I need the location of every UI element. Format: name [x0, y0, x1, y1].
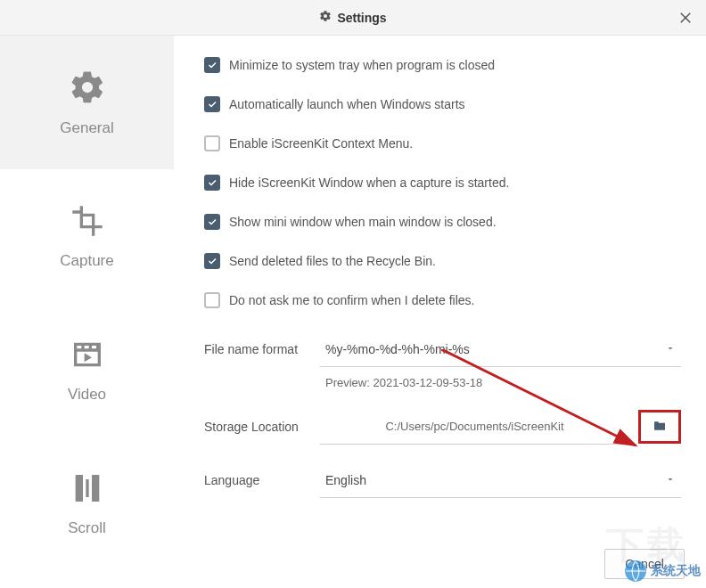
option-label: Hide iScreenKit Window when a capture is… — [229, 176, 509, 190]
filename-format-dropdown[interactable]: %y-%mo-%d-%h-%mi-%s — [320, 331, 681, 367]
sidebar: General Capture Video Scroll — [0, 36, 174, 588]
storage-path-value: C:/Users/pc/Documents/iScreenKit — [385, 420, 563, 433]
settings-panel: Minimize to system tray when program is … — [174, 36, 706, 588]
close-icon[interactable] — [677, 10, 694, 26]
option-label: Minimize to system tray when program is … — [229, 58, 495, 72]
title-bar: Settings — [0, 0, 706, 36]
language-label: Language — [204, 473, 320, 487]
checkbox-checked-icon[interactable] — [204, 57, 220, 73]
checkbox-unchecked-icon[interactable] — [204, 135, 220, 151]
sidebar-item-label: Capture — [60, 252, 113, 270]
option-label: Show mini window when main window is clo… — [229, 215, 497, 229]
option-context-menu[interactable]: Enable iScreenKit Context Menu. — [204, 135, 681, 151]
dropdown-value: %y-%mo-%d-%h-%mi-%s — [325, 342, 470, 356]
watermark-text: 系统天地 — [651, 563, 701, 579]
sidebar-item-scroll[interactable]: Scroll — [0, 437, 174, 570]
gear-icon — [319, 10, 332, 25]
option-recycle-bin[interactable]: Send deleted files to the Recycle Bin. — [204, 253, 681, 269]
checkbox-checked-icon[interactable] — [204, 175, 220, 191]
sidebar-item-label: General — [60, 119, 113, 137]
storage-path[interactable]: C:/Users/pc/Documents/iScreenKit — [320, 409, 629, 445]
option-mini-window[interactable]: Show mini window when main window is clo… — [204, 214, 681, 230]
crop-icon — [70, 203, 105, 243]
sidebar-item-label: Scroll — [68, 519, 106, 537]
language-dropdown[interactable]: English — [320, 462, 681, 498]
option-hide-on-capture[interactable]: Hide iScreenKit Window when a capture is… — [204, 175, 681, 191]
option-auto-launch[interactable]: Automatically launch when Windows starts — [204, 96, 681, 112]
sidebar-item-capture[interactable]: Capture — [0, 169, 174, 303]
checkbox-unchecked-icon[interactable] — [204, 292, 220, 308]
filename-format-label: File name format — [204, 342, 320, 356]
browse-button[interactable] — [638, 410, 681, 444]
option-label: Enable iScreenKit Context Menu. — [229, 136, 413, 151]
folder-icon — [652, 419, 668, 436]
chevron-down-icon — [665, 342, 676, 356]
storage-location-label: Storage Location — [204, 420, 320, 434]
sidebar-item-label: Video — [68, 386, 106, 404]
sidebar-item-general[interactable]: General — [0, 36, 174, 169]
filename-preview: Preview: 2021-03-12-09-53-18 — [320, 367, 681, 398]
option-label: Send deleted files to the Recycle Bin. — [229, 254, 436, 268]
checkbox-checked-icon[interactable] — [204, 214, 220, 230]
title-text: Settings — [337, 11, 386, 25]
scroll-icon — [70, 470, 105, 510]
gear-icon — [69, 69, 106, 110]
option-minimize-tray[interactable]: Minimize to system tray when program is … — [204, 57, 681, 73]
chevron-down-icon — [665, 473, 676, 487]
dropdown-value: English — [325, 473, 366, 487]
watermark: 系统天地 — [624, 559, 701, 583]
globe-icon — [624, 559, 647, 583]
video-icon — [70, 337, 105, 377]
option-label: Do not ask me to confirm when I delete f… — [229, 293, 474, 307]
option-label: Automatically launch when Windows starts — [229, 97, 465, 111]
sidebar-item-video[interactable]: Video — [0, 303, 174, 437]
checkbox-checked-icon[interactable] — [204, 253, 220, 269]
checkbox-checked-icon[interactable] — [204, 96, 220, 112]
option-no-confirm-delete[interactable]: Do not ask me to confirm when I delete f… — [204, 292, 681, 308]
